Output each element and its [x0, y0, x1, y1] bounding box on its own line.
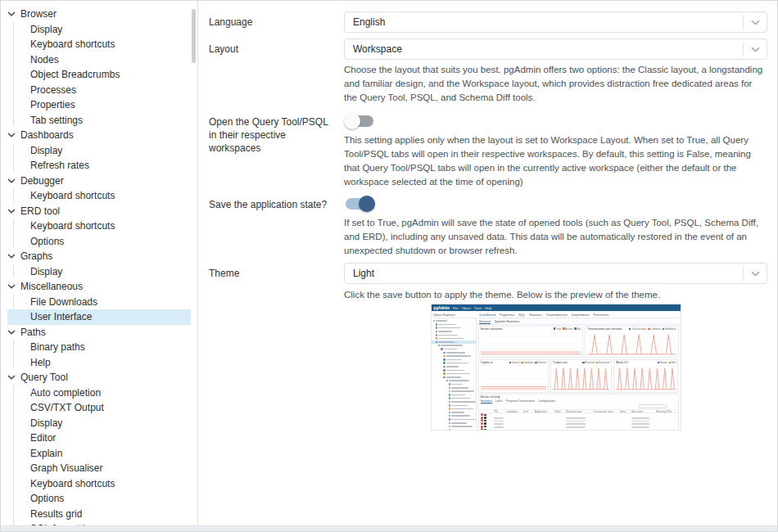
- tree-item-erd-tool-options[interactable]: Options: [7, 234, 191, 250]
- cancel-session-icon: [481, 417, 483, 419]
- preview-node-label: [446, 373, 470, 375]
- chevron-down-icon: [7, 178, 20, 183]
- workspace-toggle[interactable]: [344, 113, 375, 129]
- preferences-sidebar: BrowserDisplayKeyboard shortcutsNodesObj…: [1, 1, 198, 525]
- theme-row: Theme Light Click the save button to app…: [209, 263, 777, 431]
- tree-item-browser-display[interactable]: Display: [7, 22, 191, 38]
- cancel-session-icon: [481, 428, 483, 430]
- preview-node-icon: [443, 376, 446, 379]
- preview-node-icon: [443, 352, 446, 354]
- preview-node-icon: [436, 323, 438, 326]
- tree-item-query-tool-display[interactable]: Display: [7, 416, 191, 431]
- tree-item-query-tool-csv-txt-output[interactable]: CSV/TXT Output: [7, 400, 191, 416]
- save-state-row: Save the application state? If set to Tr…: [209, 196, 777, 258]
- preview-node-label: [451, 419, 475, 421]
- preview-node-label: [446, 355, 471, 357]
- preview-menu-object: Object: [461, 306, 471, 310]
- tree-section-label: Graphs: [20, 250, 52, 262]
- tree-section-label: Paths: [20, 327, 46, 338]
- preview-table-cell: [620, 422, 631, 430]
- theme-value: Light: [345, 268, 743, 279]
- theme-select[interactable]: Light: [344, 263, 767, 284]
- tree-item-debugger-keyboard-shortcuts[interactable]: Keyboard shortcuts: [7, 188, 191, 204]
- window-bottom-edge: [1, 525, 777, 531]
- tree-item-browser-nodes[interactable]: Nodes: [7, 52, 191, 68]
- tree-item-browser-tab-settings[interactable]: Tab settings: [7, 113, 191, 128]
- preview-activity-tab-configuration: Configuration: [538, 399, 555, 404]
- tree-section-query-tool[interactable]: Query Tool: [7, 370, 192, 385]
- tree-section-graphs[interactable]: Graphs: [7, 249, 192, 264]
- tree-item-query-tool-results-grid[interactable]: Results grid: [7, 507, 191, 522]
- tree-item-paths-help[interactable]: Help: [7, 355, 191, 371]
- tree-item-query-tool-graph-visualiser[interactable]: Graph Visualiser: [7, 461, 191, 476]
- tree-item-browser-properties[interactable]: Properties: [7, 97, 191, 113]
- chevron-down-icon: [7, 254, 20, 259]
- tree-children: Binary pathsHelp: [7, 340, 192, 370]
- preview-explorer-title: Object Explorer: [432, 313, 477, 317]
- tree-item-graphs-display[interactable]: Display: [7, 264, 191, 280]
- tree-section-miscellaneous[interactable]: Miscellaneous: [7, 279, 192, 295]
- preview-node-icon: [436, 334, 438, 336]
- preview-table-cell: [535, 422, 554, 430]
- workspace-toggle-row: Open the Query Tool/PSQL in their respec…: [209, 113, 777, 189]
- preview-node-icon: [436, 331, 438, 333]
- preview-node-label: [438, 338, 464, 340]
- preview-node-label: [451, 401, 475, 403]
- layout-label: Layout: [209, 38, 344, 105]
- tree-section-paths[interactable]: Paths: [7, 325, 192, 340]
- tree-item-query-tool-keyboard-shortcuts[interactable]: Keyboard shortcuts: [7, 476, 191, 492]
- chevron-down-icon[interactable]: [744, 20, 767, 25]
- sidebar-scrollbar[interactable]: [192, 9, 196, 63]
- preview-table-cell: [523, 422, 535, 430]
- tree-item-query-tool-explain[interactable]: Explain: [7, 446, 191, 462]
- chevron-down-icon: [7, 133, 20, 138]
- chevron-down-icon[interactable]: [744, 47, 767, 52]
- tree-item-query-tool-auto-completion[interactable]: Auto completion: [7, 385, 191, 401]
- language-select[interactable]: English: [344, 11, 767, 33]
- preview-tab-dashboard: Dashboard: [480, 313, 496, 317]
- language-row: Language English: [209, 11, 777, 33]
- preview-table-cell: [594, 422, 620, 430]
- preview-chart-row-1: Server sessionsTotalActiveIdleTransactio…: [477, 325, 681, 358]
- preview-col-state: State: [620, 410, 631, 413]
- tree-section-browser[interactable]: Browser: [7, 7, 192, 22]
- tree-item-dashboards-refresh-rates[interactable]: Refresh rates: [7, 158, 191, 174]
- tree-section-label: Miscellaneous: [20, 281, 83, 292]
- preview-col-user: User: [523, 410, 535, 413]
- tree-item-miscellaneous-file-downloads[interactable]: File Downloads: [7, 295, 191, 310]
- language-value: English: [345, 16, 743, 28]
- chevron-down-icon[interactable]: [744, 271, 767, 277]
- preview-node-icon: [449, 387, 451, 390]
- workspace-toggle-label: Open the Query Tool/PSQL in their respec…: [209, 113, 344, 189]
- tree-item-browser-processes[interactable]: Processes: [7, 83, 191, 98]
- tree-item-browser-keyboard-shortcuts[interactable]: Keyboard shortcuts: [7, 37, 191, 52]
- tree-section-label: Debugger: [20, 175, 64, 187]
- preview-node-icon: [443, 358, 446, 361]
- tree-section-erd-tool[interactable]: ERD tool: [7, 204, 192, 219]
- preview-chart-transactions-per-second: Transactions per secondTransactionsCommi…: [585, 326, 678, 358]
- layout-select[interactable]: Workspace: [344, 38, 767, 60]
- tree-item-dashboards-display[interactable]: Display: [7, 143, 191, 159]
- preview-node-icon: [438, 345, 441, 347]
- tree-item-erd-tool-keyboard-shortcuts[interactable]: Keyboard shortcuts: [7, 219, 191, 234]
- tree-section-debugger[interactable]: Debugger: [7, 174, 192, 189]
- preview-node-icon: [449, 404, 451, 407]
- tree-section-dashboards[interactable]: Dashboards: [7, 128, 192, 143]
- tree-item-query-tool-editor[interactable]: Editor: [7, 431, 191, 446]
- preview-node-label: [451, 426, 473, 427]
- preview-node-label: [446, 352, 465, 354]
- tree-item-query-tool-options[interactable]: Options: [7, 491, 191, 507]
- preview-subtab-general: General: [479, 319, 491, 324]
- preview-table-cell: [566, 422, 594, 430]
- save-state-toggle[interactable]: [344, 196, 375, 212]
- chevron-down-icon: [7, 375, 20, 380]
- preview-node-icon: [449, 422, 451, 425]
- preview-node-icon: [449, 383, 451, 385]
- tree-item-miscellaneous-user-interface[interactable]: User Interface: [7, 309, 191, 325]
- preview-node-label: [449, 380, 469, 381]
- preview-chart-plot: [479, 364, 549, 392]
- tree-item-browser-object-breadcrumbs[interactable]: Object Breadcrumbs: [7, 67, 191, 83]
- preview-table-cell: [494, 422, 507, 430]
- preview-dashboard: GeneralSystem Statistics Server sessions…: [477, 318, 681, 430]
- tree-item-paths-binary-paths[interactable]: Binary paths: [7, 340, 191, 355]
